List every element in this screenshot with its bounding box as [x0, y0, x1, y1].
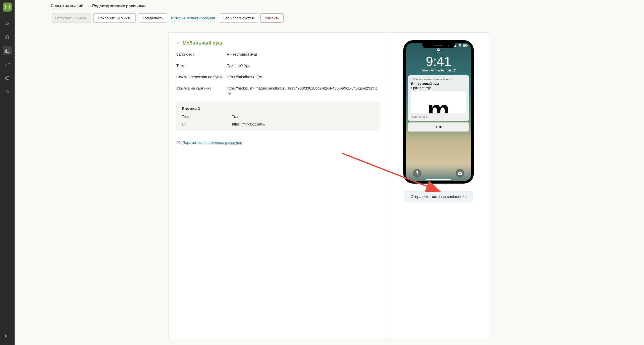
svg-point-1 [6, 22, 9, 25]
send-test-label: Отправить тестовое сообщение [410, 194, 466, 199]
field-image-label: Ссылка на картинку [176, 86, 227, 95]
send-now-button: Отправить сейчас [51, 13, 91, 23]
notif-image: m [411, 91, 466, 113]
sidebar [0, 0, 15, 345]
search-icon [5, 21, 10, 26]
send-test-button[interactable]: Отправить тестовое сообщение [405, 191, 472, 202]
svg-line-2 [8, 24, 9, 25]
sidebar-analytics[interactable] [3, 60, 12, 69]
battery-icon [463, 44, 468, 47]
collapse-icon [5, 334, 10, 338]
history-link[interactable]: История редактирования [171, 16, 215, 20]
globe-icon [5, 76, 10, 80]
camera-icon [458, 172, 462, 175]
sidebar-settings[interactable] [3, 87, 12, 96]
svg-point-28 [459, 173, 461, 174]
button-block-title: Кнопка 1 [182, 106, 374, 111]
lock-icon [406, 48, 471, 54]
toolbar: Отправить сейчас Сохранить и выйти Копир… [45, 11, 644, 26]
camera-button [456, 169, 464, 178]
template-params-link[interactable]: Параметры в шаблонах рассылок [176, 140, 242, 145]
svg-line-18 [178, 141, 180, 143]
template-params-text: Параметры в шаблонах рассылок [182, 140, 242, 145]
sidebar-campaigns[interactable] [3, 46, 12, 55]
notification-card: iOS приложение - Production new Я - тест… [408, 75, 469, 121]
sidebar-layers[interactable] [3, 33, 12, 42]
svg-rect-27 [437, 51, 440, 53]
phone-notch [422, 43, 455, 48]
breadcrumb-back[interactable]: Список кампаний [51, 4, 83, 8]
where-used-button[interactable]: Где используется [219, 13, 258, 23]
notif-title: Я - тестовый пуш [411, 82, 466, 85]
notif-slide-hint: slide to view [411, 115, 466, 119]
field-link-value: https://mindbox.ru/ljw [227, 75, 262, 79]
sidebar-search[interactable] [3, 19, 12, 28]
field-text-label: Текст [176, 63, 227, 68]
external-link-icon [176, 141, 180, 145]
flashlight-icon [416, 171, 419, 175]
trend-icon [5, 62, 10, 67]
breadcrumb-separator: → [86, 4, 90, 8]
preview-panel: 9:41 Tuesday, September 12 iOS приложени… [387, 32, 490, 339]
svg-rect-26 [467, 45, 468, 46]
svg-rect-0 [5, 5, 9, 9]
notif-action-button: Тык [408, 122, 469, 132]
svg-rect-21 [455, 45, 456, 47]
briefcase-icon [5, 49, 10, 53]
field-image-value: https://mobpush-images.mindbox.ru/Test/4… [227, 86, 380, 95]
notif-app-name: iOS приложение - Production new [411, 78, 466, 81]
sliders-icon [5, 89, 10, 94]
preview-date: Tuesday, September 12 [406, 68, 471, 72]
svg-marker-3 [6, 35, 9, 37]
button-url-value: https://mindbox.ru/ljw [232, 122, 265, 126]
sidebar-globe[interactable] [3, 73, 12, 82]
save-exit-button[interactable]: Сохранить и выйти [93, 13, 136, 23]
svg-rect-25 [463, 45, 467, 46]
svg-rect-4 [6, 50, 9, 53]
breadcrumb-current: Редактирование рассылки [92, 4, 146, 8]
button-text-value: Тык [232, 115, 238, 119]
field-title-label: Заголовок [176, 52, 227, 56]
header: Список кампаний → Редактирование рассылк… [15, 0, 644, 11]
edit-panel: ✓ Мобильный пуш Заголовок Я - тестовый п… [169, 32, 387, 339]
delete-button[interactable]: Удалить [260, 13, 283, 23]
preview-time: 9:41 [406, 55, 471, 68]
section-mobile-push[interactable]: Мобильный пуш [183, 40, 222, 46]
svg-rect-22 [456, 45, 456, 47]
field-link-label: Ссылка перехода по пушу [176, 75, 227, 79]
copy-button[interactable]: Копировать [138, 13, 167, 23]
check-icon: ✓ [176, 40, 180, 46]
svg-point-23 [460, 46, 460, 47]
home-indicator [426, 179, 451, 180]
flashlight-button [413, 169, 421, 178]
button-text-label: Текст [182, 115, 232, 119]
button-config-block: Кнопка 1 Текст Тык Url https://mindbox.r… [176, 102, 380, 131]
phone-preview: 9:41 Tuesday, September 12 iOS приложени… [403, 40, 474, 184]
wifi-icon [458, 44, 462, 47]
breadcrumb: Список кампаний → Редактирование рассылк… [51, 4, 638, 8]
field-text-value: Пришло? Ура! [227, 63, 251, 68]
layers-icon [5, 35, 10, 39]
field-title-value: Я - тестовый пуш [227, 52, 257, 56]
sidebar-collapse[interactable] [3, 331, 12, 340]
button-url-label: Url [182, 122, 232, 126]
app-logo[interactable] [3, 3, 12, 12]
notif-text: Пришло? Ура! [411, 86, 466, 90]
